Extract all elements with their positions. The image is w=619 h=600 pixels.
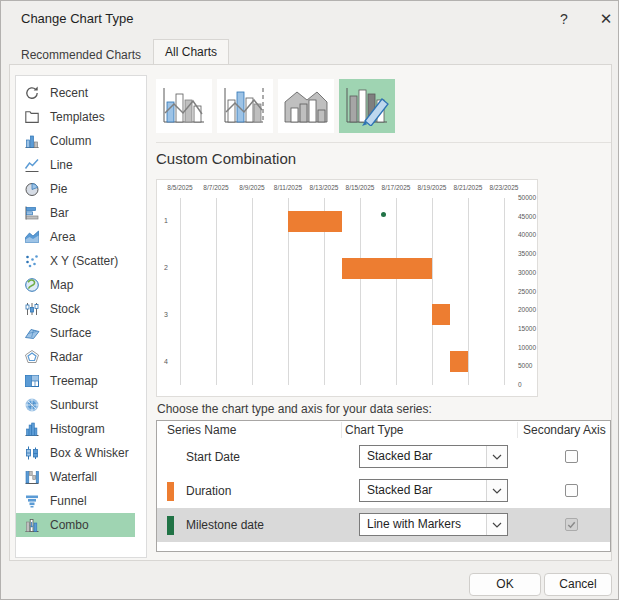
x-axis-tick-label: 8/23/2025 [490,184,519,191]
stacked-area-clustered-column-icon [283,86,329,126]
x-axis-tick-label: 8/5/2025 [167,184,192,191]
chevron-down-icon[interactable] [486,480,507,501]
secondary-axis-label: 10000 [518,344,536,351]
cancel-button[interactable]: Cancel [544,573,612,596]
sidebar-item-box-whisker[interactable]: Box & Whisker [16,441,146,465]
table-row-start-date[interactable]: Start Date Stacked Bar [157,440,610,474]
box-whisker-icon [24,445,40,461]
x-axis-tick-label: 8/9/2025 [239,184,264,191]
tab-recommended-charts[interactable]: Recommended Charts [9,43,153,65]
gantt-bar [288,211,342,232]
subtype-stacked-area-clustered-column[interactable] [278,79,334,133]
sidebar-item-combo[interactable]: Combo [16,513,135,537]
x-axis-tick-label: 8/7/2025 [203,184,228,191]
series-color-swatch [167,516,174,535]
sidebar-item-histogram[interactable]: Histogram [16,417,146,441]
sidebar-item-bar[interactable]: Bar [16,201,146,225]
chart-gridline [180,198,181,385]
series-name: Start Date [186,440,240,474]
change-chart-type-dialog: Change Chart Type ? ✕ Recommended Charts… [0,0,619,600]
chart-preview: 8/5/20258/7/20258/9/20258/11/20258/13/20… [156,179,538,397]
sidebar-item-waterfall[interactable]: Waterfall [16,465,146,489]
help-icon[interactable]: ? [549,8,579,30]
milestone-marker [381,212,386,217]
secondary-axis-checkbox[interactable] [565,450,578,463]
bar-icon [24,205,40,221]
treemap-icon [24,373,40,389]
chart-gridline [468,198,469,385]
column-header-series-name: Series Name [167,423,236,437]
dialog-title: Change Chart Type [21,11,134,26]
x-axis-tick-label: 8/19/2025 [418,184,447,191]
tabstrip: Recommended Charts All Charts [9,39,229,65]
table-row-milestone-date[interactable]: Milestone date Line with Markers [157,508,610,542]
map-icon [24,277,40,293]
secondary-axis-label: 40000 [518,231,536,238]
sidebar-item-map[interactable]: Map [16,273,146,297]
subtype-clustered-column-line-secondary-axis[interactable] [217,79,273,133]
waterfall-icon [24,469,40,485]
secondary-axis-label: 35000 [518,250,536,257]
x-axis-tick-label: 8/15/2025 [346,184,375,191]
sidebar-item-xy-scatter[interactable]: X Y (Scatter) [16,249,146,273]
secondary-axis-checkbox[interactable] [565,484,578,497]
table-row-duration[interactable]: Duration Stacked Bar [157,474,610,508]
scatter-icon [24,253,40,269]
titlebar: Change Chart Type ? ✕ [1,1,618,37]
x-axis-tick-label: 8/17/2025 [382,184,411,191]
sidebar-item-pie[interactable]: Pie [16,177,146,201]
sidebar-item-stock[interactable]: Stock [16,297,146,321]
sidebar-item-line[interactable]: Line [16,153,146,177]
gantt-bar [432,304,450,325]
sidebar-item-funnel[interactable]: Funnel [16,489,146,513]
x-axis-tick-label: 8/11/2025 [274,184,302,191]
subtype-custom-combination[interactable] [339,79,395,133]
sidebar-item-recent[interactable]: Recent [16,81,146,105]
sidebar-item-templates[interactable]: Templates [16,105,146,129]
chart-type-dropdown[interactable]: Line with Markers [359,513,508,536]
category-axis-label: 2 [157,264,168,271]
templates-icon [24,109,40,125]
sidebar-item-radar[interactable]: Radar [16,345,146,369]
pie-icon [24,181,40,197]
secondary-axis-label: 0 [518,381,522,388]
secondary-axis-checkbox[interactable] [565,518,578,531]
subtype-clustered-column-line[interactable] [156,79,212,133]
separator [156,142,611,143]
sidebar-item-column[interactable]: Column [16,129,146,153]
category-axis-label: 4 [157,358,168,365]
chart-type-dropdown[interactable]: Stacked Bar [359,479,508,502]
line-icon [24,157,40,173]
chart-plot-area: 8/5/20258/7/20258/9/20258/11/20258/13/20… [157,180,537,396]
sidebar-item-surface[interactable]: Surface [16,321,146,345]
clustered-column-line-secondary-axis-icon [222,86,268,126]
sunburst-icon [24,397,40,413]
chart-gridline [216,198,217,385]
sidebar-item-sunburst[interactable]: Sunburst [16,393,146,417]
header-divider [341,422,342,438]
header-divider [517,422,518,438]
tab-all-charts[interactable]: All Charts [153,39,229,65]
column-header-chart-type: Chart Type [345,423,403,437]
chart-gridline [252,198,253,385]
close-icon[interactable]: ✕ [591,8,619,30]
funnel-icon [24,493,40,509]
series-table-intro: Choose the chart type and axis for your … [157,402,432,416]
chart-gridline [432,198,433,385]
chevron-down-icon[interactable] [486,446,507,467]
chart-type-list: Recent Templates Column Line Pie Bar Are… [15,75,147,558]
all-charts-panel: Recent Templates Column Line Pie Bar Are… [9,64,612,561]
x-axis-tick-label: 8/13/2025 [310,184,339,191]
secondary-axis-label: 45000 [518,213,536,220]
secondary-axis-label: 50000 [518,194,536,201]
radar-icon [24,349,40,365]
chevron-down-icon[interactable] [486,514,507,535]
sidebar-item-treemap[interactable]: Treemap [16,369,146,393]
sidebar-item-area[interactable]: Area [16,225,146,249]
combo-subtype-row [156,79,395,133]
series-color-swatch [167,482,174,501]
secondary-axis-label: 20000 [518,306,536,313]
chart-type-dropdown[interactable]: Stacked Bar [359,445,508,468]
column-icon [24,133,40,149]
ok-button[interactable]: OK [469,573,541,596]
